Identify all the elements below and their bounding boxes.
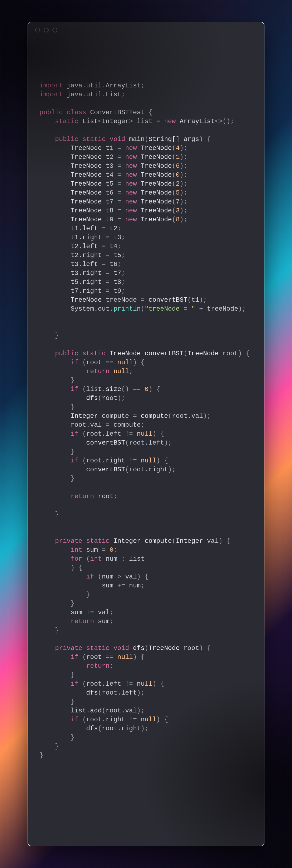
code-window: import java.util.ArrayList; import java.… (28, 22, 264, 846)
traffic-light-close-icon[interactable] (35, 28, 40, 32)
code-editor[interactable]: import java.util.ArrayList; import java.… (28, 38, 264, 771)
traffic-light-minimize-icon[interactable] (44, 28, 48, 32)
window-titlebar (28, 22, 264, 38)
traffic-light-zoom-icon[interactable] (53, 28, 57, 32)
